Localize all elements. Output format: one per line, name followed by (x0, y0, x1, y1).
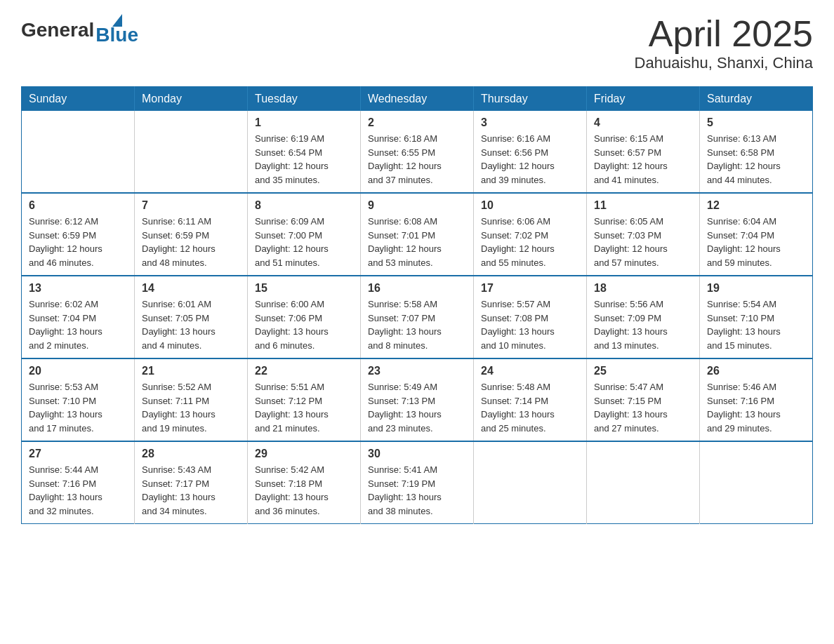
day-number: 17 (481, 282, 579, 295)
day-info: Sunrise: 6:06 AMSunset: 7:02 PMDaylight:… (481, 215, 579, 269)
page-header: General Blue April 2025 Dahuaishu, Shanx… (21, 14, 813, 72)
location-subtitle: Dahuaishu, Shanxi, China (635, 54, 813, 72)
calendar-cell: 20Sunrise: 5:53 AMSunset: 7:10 PMDayligh… (22, 358, 135, 441)
calendar-cell: 6Sunrise: 6:12 AMSunset: 6:59 PMDaylight… (22, 193, 135, 276)
day-info: Sunrise: 6:09 AMSunset: 7:00 PMDaylight:… (255, 215, 353, 269)
calendar-cell: 26Sunrise: 5:46 AMSunset: 7:16 PMDayligh… (700, 358, 813, 441)
calendar-cell: 24Sunrise: 5:48 AMSunset: 7:14 PMDayligh… (474, 358, 587, 441)
day-number: 1 (255, 116, 353, 129)
calendar-header-row: SundayMondayTuesdayWednesdayThursdayFrid… (22, 87, 813, 112)
day-number: 19 (707, 282, 805, 295)
day-info: Sunrise: 6:08 AMSunset: 7:01 PMDaylight:… (368, 215, 466, 269)
day-info: Sunrise: 5:57 AMSunset: 7:08 PMDaylight:… (481, 297, 579, 352)
day-number: 29 (255, 448, 353, 460)
day-number: 24 (481, 365, 579, 377)
calendar-cell: 13Sunrise: 6:02 AMSunset: 7:04 PMDayligh… (22, 276, 135, 358)
day-number: 14 (142, 282, 240, 295)
day-info: Sunrise: 6:13 AMSunset: 6:58 PMDaylight:… (707, 132, 805, 187)
day-info: Sunrise: 5:53 AMSunset: 7:10 PMDaylight:… (29, 380, 127, 435)
day-number: 2 (368, 116, 466, 129)
calendar-cell: 17Sunrise: 5:57 AMSunset: 7:08 PMDayligh… (474, 276, 587, 358)
calendar-cell: 29Sunrise: 5:42 AMSunset: 7:18 PMDayligh… (248, 441, 361, 524)
day-number: 10 (481, 199, 579, 212)
day-number: 5 (707, 116, 805, 129)
calendar-cell: 22Sunrise: 5:51 AMSunset: 7:12 PMDayligh… (248, 358, 361, 441)
day-info: Sunrise: 6:01 AMSunset: 7:05 PMDaylight:… (142, 297, 240, 352)
logo: General Blue (21, 14, 138, 46)
weekday-header-friday: Friday (587, 87, 700, 112)
day-info: Sunrise: 6:15 AMSunset: 6:57 PMDaylight:… (594, 132, 692, 187)
day-info: Sunrise: 6:11 AMSunset: 6:59 PMDaylight:… (142, 215, 240, 269)
calendar-cell: 7Sunrise: 6:11 AMSunset: 6:59 PMDaylight… (135, 193, 248, 276)
day-info: Sunrise: 5:44 AMSunset: 7:16 PMDaylight:… (29, 463, 127, 518)
day-number: 7 (142, 199, 240, 212)
calendar-week-row: 6Sunrise: 6:12 AMSunset: 6:59 PMDaylight… (22, 193, 813, 276)
calendar-cell: 5Sunrise: 6:13 AMSunset: 6:58 PMDaylight… (700, 111, 813, 193)
day-info: Sunrise: 5:54 AMSunset: 7:10 PMDaylight:… (707, 297, 805, 352)
day-number: 3 (481, 116, 579, 129)
day-number: 9 (368, 199, 466, 212)
calendar-cell: 3Sunrise: 6:16 AMSunset: 6:56 PMDaylight… (474, 111, 587, 193)
day-info: Sunrise: 6:04 AMSunset: 7:04 PMDaylight:… (707, 215, 805, 269)
day-info: Sunrise: 6:05 AMSunset: 7:03 PMDaylight:… (594, 215, 692, 269)
calendar-cell: 11Sunrise: 6:05 AMSunset: 7:03 PMDayligh… (587, 193, 700, 276)
day-info: Sunrise: 5:42 AMSunset: 7:18 PMDaylight:… (255, 463, 353, 518)
calendar-cell: 16Sunrise: 5:58 AMSunset: 7:07 PMDayligh… (361, 276, 474, 358)
logo-blue-part: Blue (95, 14, 138, 46)
calendar-cell: 28Sunrise: 5:43 AMSunset: 7:17 PMDayligh… (135, 441, 248, 524)
day-info: Sunrise: 5:56 AMSunset: 7:09 PMDaylight:… (594, 297, 692, 352)
logo-general-text: General (21, 19, 94, 41)
weekday-header-sunday: Sunday (22, 87, 135, 112)
calendar-cell: 30Sunrise: 5:41 AMSunset: 7:19 PMDayligh… (361, 441, 474, 524)
day-info: Sunrise: 5:47 AMSunset: 7:15 PMDaylight:… (594, 380, 692, 435)
calendar-cell: 2Sunrise: 6:18 AMSunset: 6:55 PMDaylight… (361, 111, 474, 193)
day-info: Sunrise: 5:46 AMSunset: 7:16 PMDaylight:… (707, 380, 805, 435)
calendar-cell: 10Sunrise: 6:06 AMSunset: 7:02 PMDayligh… (474, 193, 587, 276)
calendar-cell: 15Sunrise: 6:00 AMSunset: 7:06 PMDayligh… (248, 276, 361, 358)
day-number: 15 (255, 282, 353, 295)
calendar-week-row: 27Sunrise: 5:44 AMSunset: 7:16 PMDayligh… (22, 441, 813, 524)
day-number: 25 (594, 365, 692, 377)
day-number: 16 (368, 282, 466, 295)
month-title: April 2025 (635, 14, 813, 54)
day-info: Sunrise: 6:00 AMSunset: 7:06 PMDaylight:… (255, 297, 353, 352)
day-info: Sunrise: 5:43 AMSunset: 7:17 PMDaylight:… (142, 463, 240, 518)
day-info: Sunrise: 6:16 AMSunset: 6:56 PMDaylight:… (481, 132, 579, 187)
logo-blue-text: Blue (95, 24, 138, 46)
calendar-table: SundayMondayTuesdayWednesdayThursdayFrid… (21, 86, 813, 524)
day-number: 18 (594, 282, 692, 295)
day-number: 23 (368, 365, 466, 377)
weekday-header-thursday: Thursday (474, 87, 587, 112)
day-info: Sunrise: 6:19 AMSunset: 6:54 PMDaylight:… (255, 132, 353, 187)
day-number: 4 (594, 116, 692, 129)
calendar-cell: 4Sunrise: 6:15 AMSunset: 6:57 PMDaylight… (587, 111, 700, 193)
day-number: 22 (255, 365, 353, 377)
calendar-week-row: 13Sunrise: 6:02 AMSunset: 7:04 PMDayligh… (22, 276, 813, 358)
day-info: Sunrise: 5:48 AMSunset: 7:14 PMDaylight:… (481, 380, 579, 435)
calendar-cell: 23Sunrise: 5:49 AMSunset: 7:13 PMDayligh… (361, 358, 474, 441)
day-info: Sunrise: 5:58 AMSunset: 7:07 PMDaylight:… (368, 297, 466, 352)
calendar-cell: 25Sunrise: 5:47 AMSunset: 7:15 PMDayligh… (587, 358, 700, 441)
weekday-header-wednesday: Wednesday (361, 87, 474, 112)
calendar-cell: 9Sunrise: 6:08 AMSunset: 7:01 PMDaylight… (361, 193, 474, 276)
title-section: April 2025 Dahuaishu, Shanxi, China (635, 14, 813, 72)
calendar-week-row: 20Sunrise: 5:53 AMSunset: 7:10 PMDayligh… (22, 358, 813, 441)
calendar-cell: 8Sunrise: 6:09 AMSunset: 7:00 PMDaylight… (248, 193, 361, 276)
day-number: 13 (29, 282, 127, 295)
day-info: Sunrise: 5:49 AMSunset: 7:13 PMDaylight:… (368, 380, 466, 435)
day-info: Sunrise: 5:41 AMSunset: 7:19 PMDaylight:… (368, 463, 466, 518)
weekday-header-monday: Monday (135, 87, 248, 112)
day-number: 12 (707, 199, 805, 212)
day-number: 21 (142, 365, 240, 377)
day-info: Sunrise: 6:02 AMSunset: 7:04 PMDaylight:… (29, 297, 127, 352)
day-number: 20 (29, 365, 127, 377)
weekday-header-tuesday: Tuesday (248, 87, 361, 112)
calendar-cell (135, 111, 248, 193)
day-info: Sunrise: 6:12 AMSunset: 6:59 PMDaylight:… (29, 215, 127, 269)
calendar-cell: 12Sunrise: 6:04 AMSunset: 7:04 PMDayligh… (700, 193, 813, 276)
day-number: 30 (368, 448, 466, 460)
day-info: Sunrise: 6:18 AMSunset: 6:55 PMDaylight:… (368, 132, 466, 187)
calendar-cell (700, 441, 813, 524)
calendar-cell (22, 111, 135, 193)
day-number: 8 (255, 199, 353, 212)
